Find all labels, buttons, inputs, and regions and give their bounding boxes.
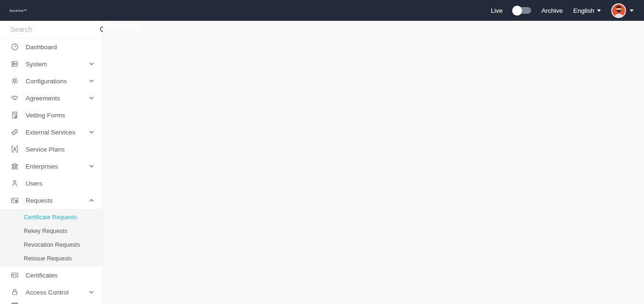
chevron-down-icon — [88, 61, 95, 67]
partial-icon — [11, 303, 18, 304]
bank-icon — [10, 162, 19, 170]
sidebar-item-certificates[interactable]: Certificates — [0, 267, 102, 284]
live-label: Live — [491, 7, 503, 14]
sidebar-item-system[interactable]: System — [0, 55, 102, 72]
chevron-up-icon — [88, 197, 95, 204]
live-archive-toggle[interactable] — [513, 7, 531, 14]
sidebar-item-external-services[interactable]: External Services — [0, 124, 102, 141]
sidebar-search — [0, 21, 102, 38]
sidebar-item-partial[interactable] — [0, 301, 102, 304]
sidebar-item-label: Agreements — [26, 95, 60, 102]
sidebar-item-rekey-requests[interactable]: Rekey Requests — [0, 224, 102, 238]
sidebar-item-label: Certificates — [26, 272, 58, 279]
topbar: Ascertia™ WebRA Live Archive English — [0, 0, 644, 21]
chevron-down-icon — [88, 129, 95, 135]
archive-label: Archive — [542, 7, 563, 14]
dashboard-icon — [10, 43, 19, 51]
sidebar-item-label: System — [26, 61, 47, 68]
chevron-down-icon — [630, 9, 634, 12]
brand-logo: Ascertia™ WebRA — [9, 8, 27, 13]
sidebar-item-requests[interactable]: Requests — [0, 192, 102, 209]
sidebar-item-enterprises[interactable]: Enterprises — [0, 158, 102, 175]
sidebar-item-label: Configurations — [26, 78, 67, 85]
lock-icon — [10, 288, 19, 296]
sidebar-item-label: Enterprises — [26, 163, 58, 170]
sidebar-item-revocation-requests[interactable]: Revocation Requests — [0, 238, 102, 251]
service-plans-icon — [10, 145, 19, 153]
language-selector[interactable]: English — [573, 7, 601, 14]
sidebar-item-label: Access Control — [26, 289, 69, 296]
sidebar-item-users[interactable]: Users — [0, 175, 102, 192]
chevron-down-icon — [88, 95, 95, 101]
sidebar-item-label: Service Plans — [26, 146, 65, 153]
chevron-down-icon — [88, 78, 95, 84]
language-label: English — [573, 7, 594, 14]
brand-product: WebRA — [103, 21, 644, 304]
requests-icon — [10, 196, 19, 205]
sidebar-item-dashboard[interactable]: Dashboard — [0, 38, 102, 55]
user-icon — [10, 179, 19, 188]
handshake-icon — [10, 94, 19, 102]
requests-submenu: Certificate Requests Rekey Requests Revo… — [0, 209, 102, 267]
toggle-knob[interactable] — [512, 6, 522, 16]
user-menu[interactable] — [611, 3, 634, 18]
sidebar-item-agreements[interactable]: Agreements — [0, 89, 102, 107]
sidebar: Dashboard System Configurations Agreemen… — [0, 21, 103, 304]
link-icon — [10, 128, 19, 136]
gear-icon — [10, 77, 19, 85]
sidebar-item-certificate-requests[interactable]: Certificate Requests — [0, 210, 102, 224]
sidebar-item-label: Users — [26, 180, 42, 187]
avatar[interactable] — [611, 3, 626, 18]
search-input[interactable] — [10, 26, 99, 33]
sidebar-item-configurations[interactable]: Configurations — [0, 72, 102, 89]
form-document-icon — [10, 111, 19, 119]
chevron-down-icon — [597, 9, 601, 12]
sidebar-item-label: Vetting Forms — [26, 112, 65, 119]
sidebar-item-access-control[interactable]: Access Control — [0, 284, 102, 301]
sidebar-item-label: Dashboard — [26, 44, 57, 51]
system-icon — [10, 60, 19, 68]
sidebar-item-vetting-forms[interactable]: Vetting Forms — [0, 107, 102, 124]
avatar-image — [612, 4, 625, 17]
sidebar-item-reissue-requests[interactable]: Reissue Requests — [0, 251, 102, 265]
certificate-icon — [10, 271, 19, 279]
sidebar-item-service-plans[interactable]: Service Plans — [0, 141, 102, 158]
chevron-down-icon — [88, 289, 95, 295]
chevron-down-icon — [88, 163, 95, 170]
sidebar-item-label: External Services — [26, 129, 75, 136]
sidebar-item-label: Requests — [26, 197, 53, 204]
brand-company: Ascertia™ — [9, 9, 27, 12]
